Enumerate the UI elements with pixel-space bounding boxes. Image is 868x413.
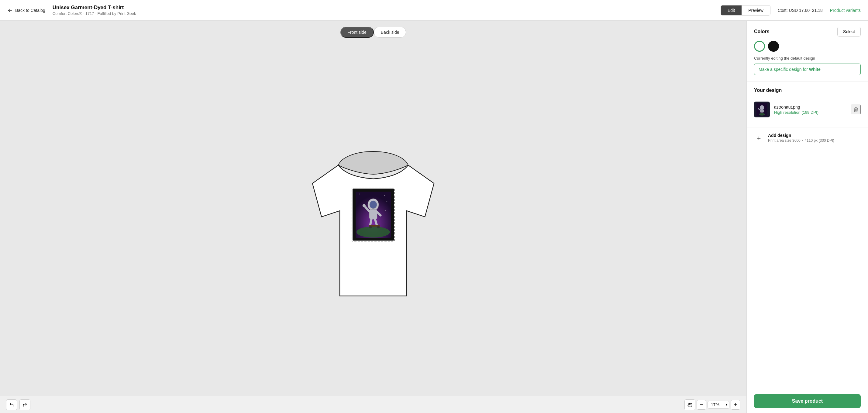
svg-point-17 xyxy=(384,195,385,196)
svg-point-15 xyxy=(377,226,380,228)
back-side-tab[interactable]: Back side xyxy=(374,27,406,38)
design-item: astronaut.png High resolution (199 DPI) xyxy=(754,98,861,121)
product-subtitle: Comfort Colors® · 1717 · Fulfilled by Pr… xyxy=(53,11,713,16)
svg-point-23 xyxy=(760,105,764,110)
redo-icon xyxy=(23,402,27,407)
back-to-catalog-link[interactable]: Back to Catalog xyxy=(7,8,45,13)
svg-point-19 xyxy=(358,207,358,208)
design-info: astronaut.png High resolution (199 DPI) xyxy=(774,105,847,115)
design-filename: astronaut.png xyxy=(774,105,847,110)
design-resolution: High resolution (199 DPI) xyxy=(774,110,847,115)
svg-point-14 xyxy=(369,226,372,228)
select-button[interactable]: Select xyxy=(837,27,861,36)
product-variants-link[interactable]: Product variants xyxy=(830,8,861,13)
svg-point-9 xyxy=(363,204,366,207)
hand-tool-button[interactable] xyxy=(684,399,695,410)
add-design-info: Add design Print area size 3600 × 4110 p… xyxy=(768,133,834,143)
design-thumbnail xyxy=(754,101,770,117)
back-label: Back to Catalog xyxy=(15,8,45,13)
your-design-title: Your design xyxy=(754,88,861,93)
svg-point-26 xyxy=(759,113,765,116)
specific-design-button[interactable]: Make a specific design for White xyxy=(754,64,861,75)
color-white[interactable] xyxy=(754,41,765,52)
svg-point-4 xyxy=(356,227,390,238)
print-area-size: 3600 × 4110 px xyxy=(792,138,817,143)
toolbar-left xyxy=(6,399,30,410)
specific-design-color: White xyxy=(809,67,820,72)
redo-button[interactable] xyxy=(20,399,30,410)
view-toggle: Edit Preview xyxy=(721,5,770,16)
colors-section: Colors Select Currently editing the defa… xyxy=(747,21,868,82)
tshirt-canvas[interactable] xyxy=(294,132,452,302)
design-thumb-svg xyxy=(756,103,767,116)
right-panel: Colors Select Currently editing the defa… xyxy=(746,21,868,413)
svg-rect-7 xyxy=(369,210,377,219)
add-design-label: Add design xyxy=(768,133,834,138)
canvas-area: Front side Back side xyxy=(0,21,746,413)
colors-row xyxy=(754,41,861,52)
add-design-row[interactable]: + Add design Print area size 3600 × 4110… xyxy=(754,133,861,143)
product-info: Unisex Garment-Dyed T-shirt Comfort Colo… xyxy=(53,5,713,16)
tshirt-svg xyxy=(294,132,452,308)
svg-point-21 xyxy=(385,210,386,211)
svg-line-11 xyxy=(370,219,371,225)
add-design-section: + Add design Print area size 3600 × 4110… xyxy=(747,127,868,149)
trash-icon xyxy=(853,107,859,112)
bottom-toolbar: − 5%10%17%25%50%75%100% + xyxy=(0,396,746,413)
topbar: Back to Catalog Unisex Garment-Dyed T-sh… xyxy=(0,0,868,21)
zoom-out-button[interactable]: − xyxy=(696,400,706,410)
side-tabs: Front side Back side xyxy=(340,27,406,38)
svg-point-20 xyxy=(361,219,361,220)
add-design-icon: + xyxy=(754,134,764,143)
svg-point-16 xyxy=(359,194,360,194)
zoom-select[interactable]: 5%10%17%25%50%75%100% xyxy=(708,401,730,409)
undo-button[interactable] xyxy=(6,399,17,410)
zoom-in-button[interactable]: + xyxy=(731,400,740,410)
front-side-tab[interactable]: Front side xyxy=(340,27,374,38)
preview-button[interactable]: Preview xyxy=(742,5,770,15)
svg-rect-24 xyxy=(760,110,764,113)
tshirt-container xyxy=(0,38,746,396)
edit-button[interactable]: Edit xyxy=(721,5,742,15)
add-design-sub-text: Print area size xyxy=(768,138,792,143)
color-black[interactable] xyxy=(768,41,779,52)
product-name: Unisex Garment-Dyed T-shirt xyxy=(53,5,713,11)
undo-icon xyxy=(9,402,14,407)
delete-design-button[interactable] xyxy=(851,105,861,114)
back-arrow-icon xyxy=(7,8,13,13)
zoom-wrapper: 5%10%17%25%50%75%100% xyxy=(708,401,730,409)
colors-title: Colors xyxy=(754,29,770,34)
specific-design-text: Make a specific design for xyxy=(758,67,809,72)
your-design-section: Your design astronaut.png High resolutio… xyxy=(747,82,868,127)
colors-header: Colors Select xyxy=(754,27,861,36)
cost-label: Cost: USD 17.60–21.18 xyxy=(778,8,823,13)
svg-point-18 xyxy=(386,201,387,202)
save-product-button[interactable]: Save product xyxy=(754,394,861,408)
panel-spacer xyxy=(747,149,868,389)
toolbar-right: − 5%10%17%25%50%75%100% + xyxy=(684,399,740,410)
editing-note: Currently editing the default design xyxy=(754,56,861,61)
add-design-dpi: (300 DPI) xyxy=(817,138,834,143)
hand-icon xyxy=(687,402,692,407)
add-design-sub: Print area size 3600 × 4110 px (300 DPI) xyxy=(768,138,834,143)
save-section: Save product xyxy=(747,389,868,413)
main-layout: Front side Back side xyxy=(0,21,868,413)
svg-point-6 xyxy=(370,201,377,209)
